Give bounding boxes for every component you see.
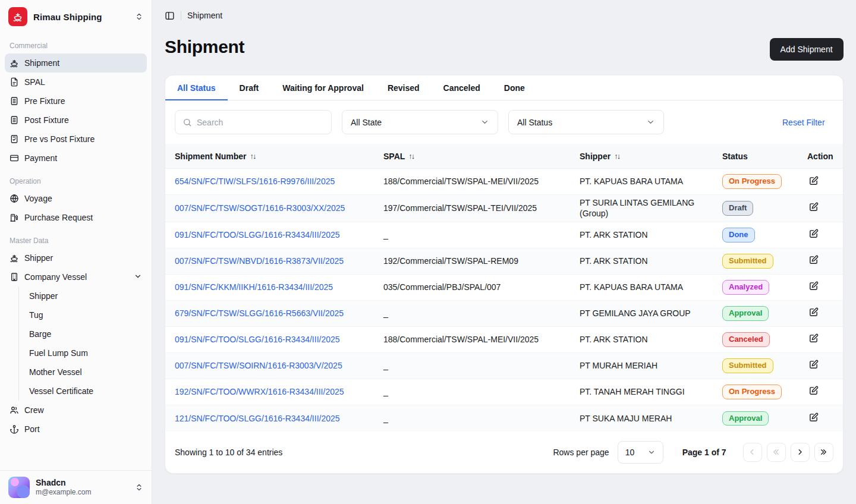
edit-button[interactable] [807,254,820,268]
sidebar-item-shipment[interactable]: Shipment [5,53,147,73]
sidebar-item-shipper[interactable]: Shipper [5,248,147,267]
chevrons-up-down-icon[interactable] [135,12,143,21]
edit-button[interactable] [807,332,820,346]
status-filter-value: All Status [517,118,552,127]
column-header-shipment-number[interactable]: Shipment Number↑↓ [175,152,383,161]
brand-logo-ship-icon [8,7,27,26]
status-badge: On Progress [722,174,782,188]
table-row: 091/SN/FC/TOO/SLGG/1616-R3434/III/2025_P… [165,222,843,248]
edit-button[interactable] [807,228,820,242]
state-filter-select[interactable]: All State [342,110,498,134]
sidebar-subitem-barge[interactable]: Barge [19,325,147,344]
column-label: Action [807,152,833,161]
sidebar-item-port[interactable]: Port [5,420,147,439]
topbar: Shipment [165,0,844,29]
tab-canceled[interactable]: Canceled [432,75,492,100]
search-input[interactable] [197,118,324,127]
shipment-number-link[interactable]: 091/SN/FC/TOO/SLGG/1616-R3434/III/2025 [175,230,340,240]
sidebar-item-label: Shipper [24,253,53,263]
tab-waiting-for-approval[interactable]: Waiting for Approval [270,75,376,100]
sidebar-item-post-fixture[interactable]: Post Fixture [5,111,147,130]
edit-button[interactable] [807,175,820,189]
tab-draft[interactable]: Draft [228,75,271,100]
sidebar-item-spal[interactable]: SPAL [5,73,147,92]
search-box[interactable] [175,110,332,134]
shipment-number-link[interactable]: 192/SN/FC/TOO/WWRX/1616-R3434/III/2025 [175,387,344,396]
shipment-number-link[interactable]: 654/SN/FC/TIW/SLFS/1616-R9976/III/2025 [175,177,335,186]
sort-arrows-icon[interactable]: ↑↓ [408,152,414,160]
chevron-right-page-button[interactable] [791,443,810,462]
brand[interactable]: Rimau Shipping [0,0,152,32]
action-cell [807,382,833,401]
tab-all-status[interactable]: All Status [165,75,228,100]
sort-arrows-icon[interactable]: ↑↓ [250,152,256,160]
edit-button[interactable] [807,385,820,399]
sidebar-subitem-tug[interactable]: Tug [19,305,147,325]
status-cell: On Progress [722,172,807,191]
shipment-number-cell: 654/SN/FC/TIW/SLFS/1616-R9976/III/2025 [175,174,383,189]
column-label: Shipment Number [175,152,247,161]
sidebar-item-crew[interactable]: Crew [5,401,147,420]
edit-button[interactable] [807,280,820,294]
reset-filter-link[interactable]: Reset Filter [782,118,825,127]
shipment-number-link[interactable]: 007/SN/FC/TSW/NBVD/1616-R3873/VII/2025 [175,256,344,266]
pager [743,443,833,462]
file-lines-icon [10,96,19,106]
spal-cell: _ [383,227,580,242]
sidebar-subitem-label: Tug [29,310,43,320]
chevron-left-page-button [743,443,762,462]
column-header-spal[interactable]: SPAL↑↓ [383,152,580,161]
rows-per-page-label: Rows per page [553,448,609,457]
sidebar-item-label: Shipment [24,58,59,68]
status-cell: Done [722,225,807,244]
shipment-number-cell: 091/SN/FC/TOO/SLGG/1616-R3434/III/2025 [175,332,383,347]
chevron-down-icon [480,118,489,127]
action-cell [807,172,833,191]
tab-revised[interactable]: Revised [376,75,432,100]
sidebar-subitem-fuel-lump-sum[interactable]: Fuel Lump Sum [19,344,147,363]
status-filter-select[interactable]: All Status [508,110,664,134]
shipment-number-link[interactable]: 007/SN/FC/TSW/SOIRN/1616-R3003/V/2025 [175,361,342,370]
add-shipment-button[interactable]: Add Shipment [770,38,844,61]
chevron-down-icon [647,448,656,456]
globe-icon [10,194,19,203]
sidebar-toggle-panel-icon[interactable] [165,11,175,21]
shipment-number-link[interactable]: 091/SN/FC/TOO/SLGG/1616-R3434/III/2025 [175,335,340,344]
user-meta: Shadcn m@example.com [36,478,129,497]
shipper-cell: PT SUKA MAJU MERAH [580,411,722,426]
action-cell [807,304,833,323]
sidebar-item-pre-vs-post-fixture[interactable]: Pre vs Post Fixture [5,130,147,149]
user-menu[interactable]: Shadcn m@example.com [0,470,152,504]
sidebar-item-voyage[interactable]: Voyage [5,189,147,208]
tab-done[interactable]: Done [492,75,537,100]
status-badge: Submitted [722,358,773,373]
square-pen-icon [808,255,819,265]
status-badge: Approval [722,411,769,426]
sidebar-subitem-mother-vessel[interactable]: Mother Vessel [19,363,147,382]
shipment-number-cell: 091/SN/FC/KKM/IIKH/1616-R3434/III/2025 [175,279,383,295]
sort-arrows-icon[interactable]: ↑↓ [614,152,619,160]
edit-button[interactable] [807,201,820,215]
edit-button[interactable] [807,358,820,373]
shipment-number-link[interactable]: 007/SN/FC/TSW/SOGT/1616-R3003/XX/2025 [175,203,345,213]
chevrons-right-page-button[interactable] [814,443,833,462]
edit-button[interactable] [807,306,820,320]
chevrons-up-down-icon[interactable] [135,483,143,492]
sidebar-item-company-vessel[interactable]: Company Vessel [5,267,147,286]
status-cell: Canceled [722,330,807,349]
page-head: Shipment Add Shipment [165,37,844,61]
sidebar-item-pre-fixture[interactable]: Pre Fixture [5,92,147,111]
status-badge: Canceled [722,332,770,346]
shipment-number-link[interactable]: 679/SN/FC/TSW/SLGG/1616-R5663/VII/2025 [175,308,344,318]
shipment-number-link[interactable]: 091/SN/FC/KKM/IIKH/1616-R3434/III/2025 [175,282,333,292]
sidebar-subitem-vessel-certificate[interactable]: Vessel Certificate [19,382,147,401]
shipment-number-link[interactable]: 121/SN/FC/TOO/SLGG/1616-R3434/III/2025 [175,414,340,423]
sidebar-subitem-shipper[interactable]: Shipper [19,286,147,305]
sidebar-item-purchase-request[interactable]: Purchase Request [5,208,147,227]
sidebar-item-payment[interactable]: Payment [5,149,147,168]
square-pen-icon [808,202,819,212]
square-pen-icon [808,229,819,239]
column-header-shipper[interactable]: Shipper↑↓ [580,152,722,161]
edit-button[interactable] [807,411,820,426]
rows-per-page-select[interactable]: 10 [618,441,663,464]
